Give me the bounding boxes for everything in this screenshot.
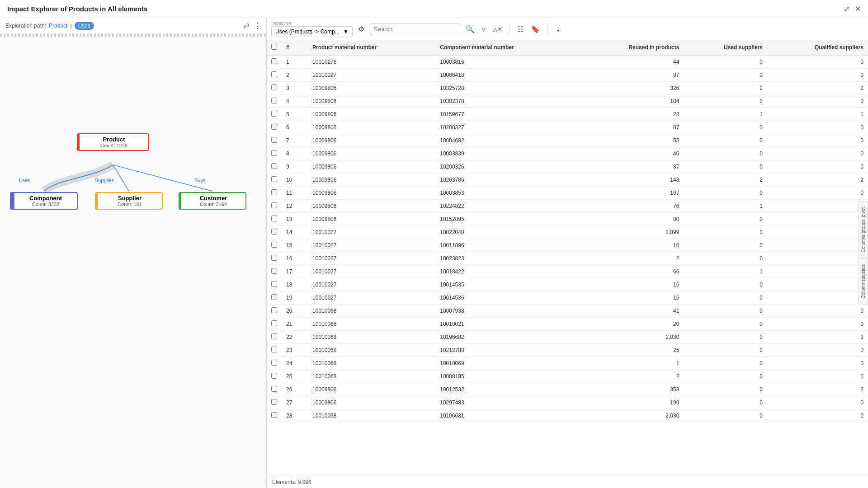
filter-icon[interactable]: ▿ [480,23,487,35]
row-checkbox[interactable] [271,202,277,208]
settings-icon[interactable]: ⚙ [356,23,366,35]
row-checkbox-cell[interactable] [267,213,282,226]
right-panel: Impact on Uses (Products -> Comp... ▼ ⚙ … [267,18,868,488]
row-checkbox-cell[interactable] [267,291,282,305]
edge-buys-label[interactable]: Buys [194,178,205,183]
search-input[interactable] [370,23,460,35]
row-checkbox[interactable] [271,294,277,300]
row-checkbox[interactable] [271,268,277,274]
row-checkbox-cell[interactable] [267,95,282,108]
bookmark-icon[interactable]: 🔖 [529,23,542,35]
row-checkbox-cell[interactable] [267,331,282,344]
row-checkbox-cell[interactable] [267,147,282,160]
row-checkbox-cell[interactable] [267,226,282,239]
cell-num: 13 [282,213,308,226]
side-tab-column-statistics[interactable]: Column statistics [859,258,868,305]
row-checkbox[interactable] [271,386,277,392]
row-checkbox[interactable] [271,307,277,313]
row-checkbox[interactable] [271,189,277,195]
row-checkbox[interactable] [271,255,277,261]
cell-component-material-number: 10008195 [435,370,580,383]
row-checkbox[interactable] [271,84,277,90]
table-row: 3 10009806 10325728 326 2 2 [267,82,868,95]
row-checkbox-cell[interactable] [267,357,282,370]
filter-clear-icon[interactable]: △✕ [491,24,504,34]
more-icon[interactable]: ⋮ [254,22,261,30]
row-checkbox-cell[interactable] [267,409,282,422]
row-checkbox-cell[interactable] [267,278,282,291]
close-icon[interactable]: ✕ [855,5,861,13]
search-icon[interactable]: 🔍 [464,23,476,35]
row-checkbox-cell[interactable] [267,187,282,200]
row-checkbox[interactable] [271,373,277,379]
cell-num: 2 [282,69,308,82]
cell-used-suppliers: 0 [684,134,767,147]
row-checkbox[interactable] [271,229,277,235]
row-checkbox-cell[interactable] [267,305,282,318]
row-checkbox[interactable] [271,98,277,103]
row-checkbox[interactable] [271,58,277,64]
row-checkbox[interactable] [271,150,277,156]
row-checkbox-cell[interactable] [267,82,282,95]
separator-2 [547,23,547,34]
row-checkbox-cell[interactable] [267,318,282,331]
row-checkbox-cell[interactable] [267,344,282,357]
cell-product-material-number: 10009806 [308,174,435,187]
edge-uses-label[interactable]: Uses [19,178,30,183]
row-checkbox-cell[interactable] [267,55,282,69]
row-checkbox-cell[interactable] [267,69,282,82]
cell-reused-in-products: 44 [580,55,684,69]
row-checkbox-cell[interactable] [267,121,282,134]
row-checkbox-cell[interactable] [267,252,282,265]
row-checkbox[interactable] [271,242,277,248]
edge-supplies-label[interactable]: Supplies [95,178,114,183]
row-checkbox-cell[interactable] [267,200,282,213]
row-checkbox-cell[interactable] [267,108,282,121]
cell-reused-in-products: 16 [580,239,684,252]
cell-reused-in-products: 107 [580,187,684,200]
cell-num: 7 [282,134,308,147]
cell-reused-in-products: 23 [580,108,684,121]
cell-used-suppliers: 1 [684,265,767,278]
compress-icon[interactable]: ⤢ [844,5,849,13]
elements-count: Elements: 9.896 [272,479,311,485]
row-checkbox[interactable] [271,137,277,143]
row-checkbox-cell[interactable] [267,396,282,409]
row-checkbox[interactable] [271,176,277,182]
row-checkbox[interactable] [271,281,277,287]
cell-reused-in-products: 80 [580,213,684,226]
row-checkbox-cell[interactable] [267,370,282,383]
footer: Elements: 9.896 [267,476,868,488]
table-icon[interactable]: ☷ [515,23,525,35]
download-icon[interactable]: ⭳ [553,23,564,35]
row-checkbox[interactable] [271,412,277,418]
cell-reused-in-products: 87 [580,69,684,82]
header-select-all[interactable] [267,40,282,55]
uses-path-badge[interactable]: Uses [75,22,94,30]
row-checkbox[interactable] [271,124,277,130]
row-checkbox[interactable] [271,360,277,366]
row-checkbox[interactable] [271,399,277,405]
cell-reused-in-products: 46 [580,147,684,160]
row-checkbox[interactable] [271,333,277,339]
row-checkbox[interactable] [271,163,277,169]
row-checkbox-cell[interactable] [267,174,282,187]
row-checkbox-cell[interactable] [267,383,282,396]
row-checkbox[interactable] [271,320,277,326]
row-checkbox-cell[interactable] [267,265,282,278]
row-checkbox[interactable] [271,111,277,117]
cell-reused-in-products: 148 [580,174,684,187]
row-checkbox-cell[interactable] [267,160,282,174]
exchange-icon[interactable]: ⇄ [244,22,250,30]
side-tab-columns-groups[interactable]: Columns groups, pivot [859,202,868,258]
row-checkbox[interactable] [271,71,277,77]
product-path-link[interactable]: Product [49,23,67,29]
row-checkbox-cell[interactable] [267,239,282,252]
cell-reused-in-products: 76 [580,200,684,213]
row-checkbox-cell[interactable] [267,134,282,147]
select-all-checkbox[interactable] [271,44,277,50]
impact-select-dropdown[interactable]: Uses (Products -> Comp... ▼ [271,26,353,37]
row-checkbox[interactable] [271,216,277,221]
row-checkbox[interactable] [271,347,277,352]
right-panel-wrapper: Impact on Uses (Products -> Comp... ▼ ⚙ … [267,18,868,488]
